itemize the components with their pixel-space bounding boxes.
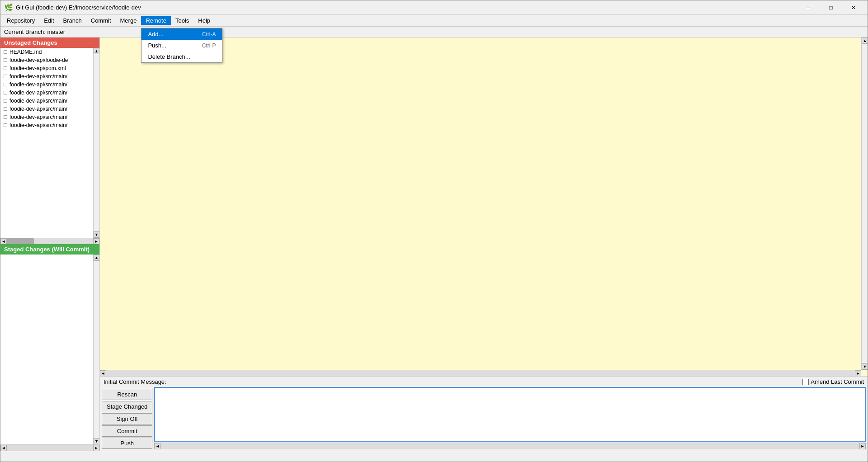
staged-vscroll-track [94,261,99,438]
menu-edit[interactable]: Edit [39,15,58,26]
file-name: foodie-dev-api/src/main/ [9,98,67,104]
list-item[interactable]: ☐ foodie-dev-api/src/main/ [0,113,93,121]
menu-remote-container: Remote Add... Ctrl-A Push... Ctrl-P Dele… [141,16,171,25]
commit-message-input-area: ◄ ► [154,387,868,451]
rescan-button[interactable]: Rescan [102,389,152,400]
staged-hscroll-left[interactable]: ◄ [0,445,7,451]
menu-bar: Repository Edit Branch Commit Merge Remo… [0,15,868,27]
unstaged-hscroll[interactable]: ◄ ► [0,238,99,244]
left-panel: Unstaged Changes ☐ README.md ☐ foodie-de… [0,38,100,451]
diff-content [100,38,868,376]
diff-vscroll-up[interactable]: ▲ [862,38,868,44]
sign-off-button[interactable]: Sign Off [102,413,152,424]
file-icon: ☐ [3,114,8,120]
staged-hscroll-track [7,445,93,451]
list-item[interactable]: ☐ foodie-dev-api/src/main/ [0,72,93,80]
commit-hscroll-left[interactable]: ◄ [154,443,160,449]
remote-delete-label: Delete Branch... [148,53,190,60]
file-name: foodie-dev-api/src/main/ [9,73,67,80]
amend-label: Amend Last Commit [811,378,864,385]
hscroll-right[interactable]: ► [93,238,99,245]
file-name: foodie-dev-api/src/main/ [9,106,67,112]
amend-checkbox-area: Amend Last Commit [802,378,864,385]
list-item[interactable]: ☐ foodie-dev-api/src/main/ [0,80,93,89]
remote-add[interactable]: Add... Ctrl-A [142,28,222,40]
main-window: 🌿 Git Gui (foodie-dev) E:/imooc/service/… [0,0,868,462]
file-name: foodie-dev-api/pom.xml [9,65,66,71]
remote-push-label: Push... [148,42,166,49]
current-branch-label: Current Branch: [4,28,46,35]
menu-help[interactable]: Help [193,15,215,26]
unstaged-file-list[interactable]: ☐ README.md ☐ foodie-dev-api/foodie-de ☐… [0,48,93,238]
list-item[interactable]: ☐ foodie-dev-api/pom.xml [0,64,93,72]
list-item[interactable]: ☐ foodie-dev-api/src/main/ [0,105,93,113]
commit-hscroll-track [160,443,859,449]
commit-message-row: Initial Commit Message: Amend Last Commi… [100,377,868,387]
diff-hscroll-right[interactable]: ► [855,370,861,377]
bottom-bar: Initial Commit Message: Amend Last Commi… [100,376,868,451]
remote-push[interactable]: Push... Ctrl-P [142,40,222,51]
diff-hscroll[interactable]: ◄ ► [100,370,861,376]
diff-vscroll-down[interactable]: ▼ [862,363,868,370]
diff-hscroll-left[interactable]: ◄ [100,370,106,377]
current-branch-value: master [47,28,65,35]
remote-add-label: Add... [148,31,163,38]
file-icon: ☐ [3,123,8,128]
diff-area[interactable]: ▲ ▼ ◄ ► [100,38,868,376]
amend-checkbox[interactable] [802,379,809,385]
menu-branch[interactable]: Branch [59,15,86,26]
file-icon: ☐ [3,49,8,55]
commit-hscroll[interactable]: ◄ ► [154,443,866,449]
commit-message-textarea[interactable] [154,387,866,442]
menu-merge[interactable]: Merge [116,15,142,26]
staged-vscroll[interactable]: ▲ ▼ [93,255,99,444]
remote-delete-branch[interactable]: Delete Branch... [142,51,222,62]
file-name: foodie-dev-api/src/main/ [9,90,67,96]
menu-commit[interactable]: Commit [86,15,116,26]
menu-remote[interactable]: Remote [141,16,171,25]
menu-tools[interactable]: Tools [171,15,193,26]
bottom-actions: Rescan Stage Changed Sign Off Commit Pus… [100,387,868,451]
file-name: foodie-dev-api/src/main/ [9,122,67,128]
unstaged-vscroll[interactable]: ▲ ▼ [93,48,99,238]
vscroll-up[interactable]: ▲ [94,48,100,54]
list-item[interactable]: ☐ foodie-dev-api/foodie-de [0,56,93,64]
hscroll-track [7,238,93,244]
file-icon: ☐ [3,82,8,88]
diff-hscroll-track [106,370,855,376]
commit-button[interactable]: Commit [102,425,152,437]
file-icon: ☐ [3,74,8,80]
vscroll-down[interactable]: ▼ [94,231,100,238]
staged-hscroll-right[interactable]: ► [93,445,99,451]
file-name: README.md [9,49,42,55]
push-button[interactable]: Push [102,438,152,449]
file-name: foodie-dev-api/src/main/ [9,114,67,120]
staged-header: Staged Changes (Will Commit) [0,244,99,255]
right-panel: ▲ ▼ ◄ ► Initial Commit Message: [100,38,868,451]
list-item[interactable]: ☐ foodie-dev-api/src/main/ [0,89,93,97]
hscroll-thumb [7,238,34,244]
staged-vscroll-down[interactable]: ▼ [94,438,100,444]
staged-hscroll[interactable]: ◄ ► [0,444,99,451]
menu-repository[interactable]: Repository [2,15,39,26]
commit-hscroll-right[interactable]: ► [859,443,866,449]
minimize-button[interactable]: ─ [798,1,819,14]
list-item[interactable]: ☐ foodie-dev-api/src/main/ [0,97,93,105]
hscroll-left[interactable]: ◄ [0,238,7,245]
diff-vscroll[interactable]: ▲ ▼ [861,38,868,370]
remote-push-shortcut: Ctrl-P [202,42,216,49]
staged-vscroll-up[interactable]: ▲ [94,255,100,261]
main-content: Unstaged Changes ☐ README.md ☐ foodie-de… [0,38,868,451]
file-icon: ☐ [3,98,8,104]
close-button[interactable]: ✕ [843,1,864,14]
unstaged-header: Unstaged Changes [0,38,99,48]
bottom-section: ◄ ► [0,444,99,451]
list-item[interactable]: ☐ foodie-dev-api/src/main/ [0,121,93,129]
staged-file-list[interactable] [0,255,93,444]
file-list-container: ☐ README.md ☐ foodie-dev-api/foodie-de ☐… [0,48,99,238]
vscroll-track [94,54,99,231]
maximize-button[interactable]: □ [821,1,841,14]
list-item[interactable]: ☐ README.md [0,48,93,56]
stage-changed-button[interactable]: Stage Changed [102,401,152,412]
title-bar: 🌿 Git Gui (foodie-dev) E:/imooc/service/… [0,0,868,15]
